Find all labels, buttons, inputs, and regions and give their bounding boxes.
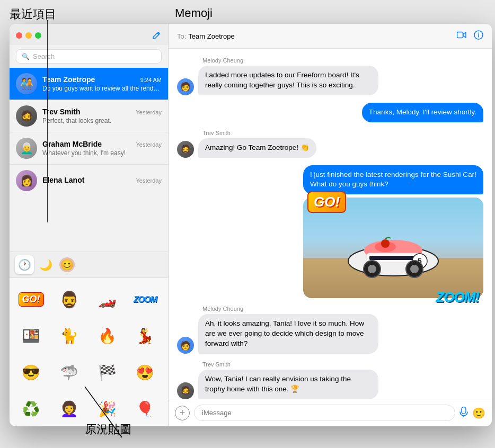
message-bubble: I just finished the latest renderings fo…	[303, 165, 483, 195]
sticker-tab-recent[interactable]: 🕐	[15, 255, 34, 274]
conversation-preview: Do you guys want to review all the rende…	[42, 85, 162, 92]
to-label: To:	[177, 32, 186, 40]
message-group: Melody Cheung 🧑 Ah, it looks amazing, Ta…	[177, 306, 483, 354]
video-call-icon[interactable]	[457, 31, 466, 41]
go-sticker-overlay: GO!	[307, 191, 346, 213]
svg-rect-2	[457, 32, 463, 38]
conversation-item[interactable]: 🧑‍🤝‍🧑 Team Zoetrope 9:24 AM Do you guys …	[10, 68, 168, 100]
message-input[interactable]	[194, 405, 455, 421]
info-icon[interactable]	[474, 30, 483, 42]
sticker-tab-moon[interactable]: 🌙	[36, 255, 55, 274]
avatar: 👨‍🦳	[16, 138, 37, 159]
svg-point-12	[368, 265, 376, 273]
close-button[interactable]	[16, 32, 22, 39]
search-icon: 🔍	[22, 53, 30, 60]
sticker-item[interactable]: 👩‍🦱	[52, 392, 86, 426]
minimize-button[interactable]	[25, 32, 32, 39]
memoji-annotation-label: Memoji	[175, 6, 213, 20]
message-row: 🧔 Wow, Tania! I can really envision us t…	[177, 370, 378, 399]
sidebar-header	[10, 24, 168, 45]
message-avatar: 🧑	[177, 78, 194, 95]
chat-messages: Melody Cheung 🧑 I added more updates to …	[169, 49, 492, 399]
sticker-item[interactable]: 🧔‍♂️	[52, 282, 86, 317]
compose-button[interactable]	[151, 30, 162, 41]
svg-rect-17	[462, 407, 466, 414]
conversation-item[interactable]: 🧔 Trev Smith Yesterday Perfect, that loo…	[10, 100, 168, 132]
conversation-content: Trev Smith Yesterday Perfect, that looks…	[42, 107, 162, 124]
conversation-time: Yesterday	[136, 141, 162, 148]
conversation-name: Team Zoetrope	[42, 75, 95, 84]
app-window: 🔍 Search 🧑‍🤝‍🧑 Team Zoetrope 9:24 AM Do …	[10, 24, 492, 426]
conversation-name: Elena Lanot	[42, 176, 84, 184]
message-bubble: Thanks, Melody. I'll review shortly.	[362, 103, 483, 122]
message-bubble: Amazing! Go Team Zoetrope! 👏	[198, 138, 316, 158]
livesticker-annotation-label: 原況貼圖	[85, 422, 131, 437]
conversation-list: 🧑‍🤝‍🧑 Team Zoetrope 9:24 AM Do you guys …	[10, 68, 168, 252]
message-row: I just finished the latest renderings fo…	[303, 165, 483, 299]
sticker-item[interactable]: 😎	[14, 355, 48, 390]
sticker-panel: 🕐 🌙 😊 GO! 🧔‍♂️ 🏎️	[10, 252, 168, 426]
svg-point-14	[410, 265, 419, 273]
add-attachment-button[interactable]: +	[175, 406, 190, 420]
message-group: Thanks, Melody. I'll review shortly.	[177, 103, 483, 122]
chat-area: To: Team Zoetrope	[169, 24, 492, 426]
chat-header-icons	[457, 30, 483, 42]
conversation-preview: Whatever you think, I'm easy!	[42, 149, 162, 157]
chat-recipient: Team Zoetrope	[188, 32, 234, 40]
sticker-item[interactable]: 😍	[128, 355, 162, 390]
conversation-time: Yesterday	[136, 177, 162, 184]
sticker-item[interactable]: 🍱	[14, 319, 48, 353]
sender-name: Melody Cheung	[202, 57, 243, 64]
message-group: Melody Cheung 🧑 I added more updates to …	[177, 57, 483, 95]
search-input[interactable]: Search	[33, 52, 55, 60]
sticker-tabs: 🕐 🌙 😊	[10, 252, 168, 278]
conversation-time: Yesterday	[136, 109, 162, 115]
conversation-item[interactable]: 👨‍🦳 Graham McBride Yesterday Whatever yo…	[10, 132, 168, 165]
message-row: Thanks, Melody. I'll review shortly.	[362, 103, 483, 122]
message-bubble: Wow, Tania! I can really envision us tak…	[198, 370, 378, 399]
sticker-item[interactable]: 🏎️	[90, 282, 125, 317]
conversation-content: Graham McBride Yesterday Whatever you th…	[42, 140, 162, 157]
conversation-item[interactable]: 👩 Elena Lanot Yesterday	[10, 165, 168, 196]
message-group: Trev Smith 🧔 Wow, Tania! I can really en…	[177, 361, 483, 399]
message-bubble: I added more updates to our Freeform boa…	[198, 66, 378, 95]
sender-name: Trev Smith	[202, 361, 231, 368]
sidebar: 🔍 Search 🧑‍🤝‍🧑 Team Zoetrope 9:24 AM Do …	[10, 24, 169, 426]
sticker-item[interactable]: 🎈	[128, 392, 162, 426]
sticker-item[interactable]: GO!	[14, 282, 48, 317]
sticker-item[interactable]: ZOOM	[128, 282, 162, 317]
input-icons: 🙂	[459, 407, 485, 419]
audio-input-icon[interactable]	[459, 407, 468, 419]
maximize-button[interactable]	[35, 32, 41, 39]
sticker-item[interactable]: 💃	[128, 319, 162, 353]
chat-header: To: Team Zoetrope	[169, 24, 492, 49]
conversation-preview: Perfect, that looks great.	[42, 117, 162, 124]
avatar: 👩	[16, 170, 37, 191]
recent-annotation-label: 最近項目	[10, 6, 56, 22]
sticker-item[interactable]: ♻️	[14, 392, 48, 426]
sticker-tab-memoji[interactable]: 😊	[57, 255, 76, 274]
sticker-item[interactable]: 🐈	[52, 319, 86, 353]
chat-input-bar: + 🙂	[169, 399, 492, 426]
traffic-lights	[16, 32, 41, 39]
sender-name: Melody Cheung	[202, 306, 243, 312]
message-bubble: Ah, it looks amazing, Tania! I love it s…	[198, 314, 378, 354]
sticker-item[interactable]: 🔥	[90, 319, 125, 353]
message-row: 🧔 Amazing! Go Team Zoetrope! 👏	[177, 138, 316, 158]
svg-point-4	[478, 33, 479, 34]
message-group: I just finished the latest renderings fo…	[177, 165, 483, 299]
svg-rect-8	[369, 256, 417, 260]
emoji-button[interactable]: 🙂	[472, 407, 485, 419]
image-message: GO!	[303, 198, 483, 298]
sticker-item[interactable]: 🏁	[90, 355, 125, 390]
conversation-content: Team Zoetrope 9:24 AM Do you guys want t…	[42, 75, 162, 92]
sticker-item[interactable]: 🦈	[52, 355, 86, 390]
avatar: 🧑‍🤝‍🧑	[16, 73, 37, 94]
avatar: 🧔	[16, 105, 37, 127]
search-bar[interactable]: 🔍 Search	[16, 49, 162, 64]
sticker-grid: GO! 🧔‍♂️ 🏎️ ZOOM 🍱 🐈	[10, 278, 168, 426]
svg-point-16	[381, 239, 390, 248]
conversation-name: Graham McBride	[42, 140, 102, 148]
conversation-content: Elena Lanot Yesterday	[42, 176, 162, 185]
message-avatar: 🧔	[177, 141, 194, 158]
